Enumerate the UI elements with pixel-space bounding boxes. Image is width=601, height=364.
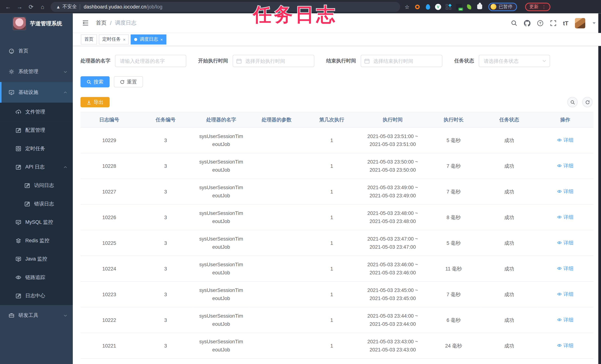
column-header: 任务编号 <box>138 112 193 128</box>
browser-scrollbar[interactable] <box>598 13 601 364</box>
cell <box>249 204 304 230</box>
tab-close-icon[interactable]: × <box>123 37 125 41</box>
forward-icon[interactable]: → <box>14 3 25 10</box>
actions-cell: 详细 <box>537 128 593 153</box>
sidebar-toggle-icon[interactable] <box>82 20 89 26</box>
timer-icon <box>15 146 21 152</box>
sidebar-item-mysql-monitor[interactable]: MySQL 监控 <box>0 213 73 232</box>
cell: 6 毫秒 <box>426 358 481 364</box>
avatar-caret-icon[interactable] <box>592 22 596 24</box>
sidebar-item-label: 链路追踪 <box>25 274 45 281</box>
app-logo-icon <box>13 17 26 30</box>
cell: 10229 <box>80 128 138 153</box>
extension-green-v-icon[interactable]: V <box>435 4 441 10</box>
extension-orange-icon[interactable] <box>414 4 421 10</box>
table-toolbar: 导出 <box>80 97 593 107</box>
cell: 1 <box>304 179 360 204</box>
handler-name-input[interactable] <box>115 55 186 67</box>
sidebar-item-dev-tools[interactable]: 研发工具 <box>0 305 73 326</box>
sidebar-item-file-management[interactable]: 文件管理 <box>0 103 73 121</box>
sidebar-item-access-logs[interactable]: 访问日志 <box>0 176 73 195</box>
detail-link[interactable]: 详细 <box>557 187 573 195</box>
extension-leaf-icon[interactable] <box>466 4 472 10</box>
sidebar-item-link-tracing[interactable]: 链路追踪 <box>0 268 73 287</box>
sidebar-item-error-logs[interactable]: 错误日志 <box>0 195 73 213</box>
sidebar-item-api-logs[interactable]: API 日志 <box>0 158 73 176</box>
cell <box>249 128 304 153</box>
actions-cell: 详细 <box>537 281 593 307</box>
sidebar-item-label: 访问日志 <box>34 182 54 189</box>
cell: 5 毫秒 <box>426 128 481 153</box>
chevron-down-icon <box>542 59 547 63</box>
sidebar-item-config-management[interactable]: 配置管理 <box>0 121 73 140</box>
tab-close-icon[interactable]: × <box>160 37 163 41</box>
filter-form: 处理器的名字开始执行时间结束执行时间任务状态 <box>80 55 593 67</box>
extension-grid-icon[interactable] <box>445 4 451 10</box>
filter-buttons: 搜索 重置 <box>80 76 593 87</box>
extension-puzzle-icon[interactable] <box>476 4 482 10</box>
actions-cell: 详细 <box>537 230 593 256</box>
table-row: 102263sysUserSessionTimeoutJob12021-05-0… <box>80 204 593 230</box>
reset-button[interactable]: 重置 <box>114 76 143 87</box>
app-logo-row[interactable]: 芋道管理系统 <box>0 13 73 34</box>
detail-link[interactable]: 详细 <box>557 136 573 144</box>
reload-icon[interactable]: ⟳ <box>25 3 37 10</box>
export-button[interactable]: 导出 <box>80 97 110 107</box>
bookmark-star-icon[interactable]: ☆ <box>404 4 410 10</box>
sidebar-item-log-center[interactable]: 日志中心 <box>0 287 73 305</box>
sidebar-item-redis-monitor[interactable]: Redis 监控 <box>0 232 73 250</box>
detail-link[interactable]: 详细 <box>557 162 573 170</box>
sidebar-item-scheduled-tasks[interactable]: 定时任务 <box>0 140 73 158</box>
detail-link[interactable]: 详细 <box>557 290 573 298</box>
extension-on-badge-icon[interactable]: on <box>456 4 462 10</box>
tab-首页[interactable]: 首页 <box>81 34 97 44</box>
cell: 3 <box>138 153 193 179</box>
begin-time-input[interactable] <box>233 55 314 67</box>
address-bar[interactable]: ▲ 不安全 dashboard.yudao.iocoder.cn /job/lo… <box>51 2 400 12</box>
breadcrumb-home[interactable]: 首页 <box>96 20 107 26</box>
profile-paused-chip[interactable]: 已暂停 <box>488 2 517 11</box>
detail-link[interactable]: 详细 <box>557 239 573 247</box>
browser-update-button[interactable]: 更新 ⋮ <box>525 2 550 11</box>
tab-定时任务[interactable]: 定时任务× <box>99 34 129 44</box>
detail-link[interactable]: 详细 <box>557 213 573 221</box>
extension-blue-icon[interactable] <box>425 4 431 10</box>
home-icon[interactable]: ⌂ <box>37 3 48 10</box>
eye-icon <box>15 274 21 281</box>
exec-time-cell: 2021-05-03 23:43:00 ~2021-05-03 23:43:00 <box>360 333 426 358</box>
java-icon <box>15 256 21 262</box>
handler-name-cell: sysUserSessionTimeoutJob <box>193 153 249 179</box>
sidebar-item-label: 文件管理 <box>25 109 45 115</box>
table-row: 102283sysUserSessionTimeoutJob12021-05-0… <box>80 153 593 179</box>
browser-menu-icon[interactable]: ⋮ <box>541 4 546 10</box>
back-icon[interactable]: ← <box>2 3 14 10</box>
cell: 1 <box>304 307 360 333</box>
exec-time-cell: 2021-05-03 23:49:00 ~2021-05-03 23:49:00 <box>360 179 426 204</box>
cell: 10221 <box>80 333 138 358</box>
search-icon[interactable] <box>511 20 517 26</box>
task-status-input[interactable] <box>479 55 550 67</box>
fullscreen-icon[interactable] <box>550 20 556 26</box>
search-button[interactable]: 搜索 <box>80 76 110 87</box>
monitor-icon <box>9 89 15 95</box>
help-icon[interactable]: ? <box>537 20 543 26</box>
detail-link[interactable]: 详细 <box>557 264 573 272</box>
tab-调度日志[interactable]: 调度日志× <box>131 34 166 44</box>
detail-link[interactable]: 详细 <box>557 341 573 349</box>
sidebar-item-system-management[interactable]: 系统管理 <box>0 61 73 82</box>
detail-link[interactable]: 详细 <box>557 316 573 324</box>
end-time-input[interactable] <box>361 55 442 67</box>
toggle-search-icon[interactable] <box>567 97 578 107</box>
sidebar-item-home[interactable]: 首页 <box>0 41 73 61</box>
sidebar-item-label: 研发工具 <box>19 312 39 319</box>
actions-cell: 详细 <box>537 307 593 333</box>
chevron-down-icon <box>63 70 67 74</box>
sidebar-item-infrastructure[interactable]: 基础设施 <box>0 82 73 103</box>
cell: 1 <box>304 333 360 358</box>
refresh-icon[interactable] <box>582 97 592 107</box>
github-icon[interactable] <box>524 20 531 26</box>
cell: 1 <box>304 230 360 256</box>
sidebar-item-java-monitor[interactable]: Java 监控 <box>0 250 73 268</box>
font-size-icon[interactable]: tT <box>563 20 568 26</box>
user-avatar[interactable] <box>575 18 585 28</box>
